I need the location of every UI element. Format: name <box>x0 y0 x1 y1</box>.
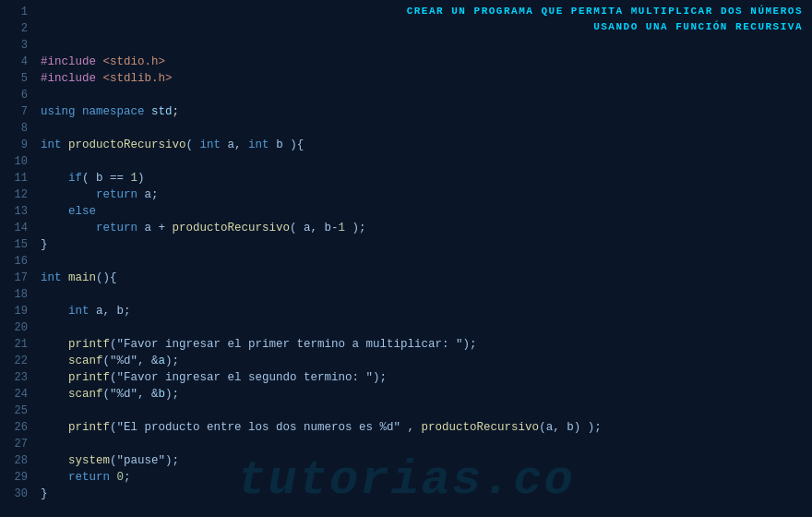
line-number: 30 <box>0 486 28 502</box>
code-line <box>41 286 812 303</box>
line-number: 29 <box>0 469 28 486</box>
code-line: scanf("%d", &a); <box>41 353 812 369</box>
code-line <box>41 319 812 336</box>
code-line: } <box>41 486 812 502</box>
code-line: return 0; <box>41 469 812 486</box>
title-line1: CREAR UN PROGRAMA QUE PERMITA MULTIPLICA… <box>407 4 803 19</box>
code-line <box>41 253 812 270</box>
code-line: printf("El producto entre los dos numero… <box>41 419 812 436</box>
code-line: system("pause"); <box>41 452 812 469</box>
line-number: 8 <box>0 120 28 137</box>
line-number: 12 <box>0 186 28 203</box>
line-number: 25 <box>0 403 28 419</box>
line-number: 6 <box>0 87 28 103</box>
code-line: #include <stdio.h> <box>41 54 812 70</box>
line-number: 16 <box>0 253 28 270</box>
code-line: else <box>41 203 812 220</box>
code-line: printf("Favor ingresar el primer termino… <box>41 336 812 353</box>
line-number: 23 <box>0 369 28 386</box>
line-number: 18 <box>0 286 28 303</box>
code-line <box>41 436 812 452</box>
code-line: printf("Favor ingresar el segundo termin… <box>41 369 812 386</box>
line-number: 22 <box>0 353 28 369</box>
code-line: using namespace std; <box>41 103 812 120</box>
code-line: } <box>41 236 812 253</box>
line-number: 1 <box>0 4 28 20</box>
line-number: 10 <box>0 153 28 170</box>
code-line: int main(){ <box>41 270 812 286</box>
line-number: 9 <box>0 137 28 153</box>
code-line <box>41 37 812 54</box>
code-line: return a + productoRecursivo( a, b-1 ); <box>41 220 812 236</box>
code-line: #include <stdlib.h> <box>41 70 812 87</box>
code-line: int productoRecursivo( int a, int b ){ <box>41 137 812 153</box>
code-content[interactable]: #include <stdio.h>#include <stdlib.h> us… <box>37 2 812 517</box>
line-numbers: 1234567891011121314151617181920212223242… <box>0 2 37 517</box>
line-number: 11 <box>0 170 28 186</box>
code-line: return a; <box>41 186 812 203</box>
line-number: 14 <box>0 220 28 236</box>
line-number: 26 <box>0 419 28 436</box>
code-line: scanf("%d", &b); <box>41 386 812 403</box>
line-number: 4 <box>0 54 28 70</box>
code-line <box>41 403 812 419</box>
code-line: int a, b; <box>41 303 812 319</box>
line-number: 19 <box>0 303 28 319</box>
code-line: if( b == 1) <box>41 170 812 186</box>
code-line <box>41 87 812 103</box>
line-number: 27 <box>0 436 28 452</box>
line-number: 17 <box>0 270 28 286</box>
editor: CREAR UN PROGRAMA QUE PERMITA MULTIPLICA… <box>0 0 812 517</box>
line-number: 20 <box>0 319 28 336</box>
line-number: 28 <box>0 452 28 469</box>
line-number: 2 <box>0 20 28 37</box>
code-line <box>41 153 812 170</box>
line-number: 15 <box>0 236 28 253</box>
line-number: 13 <box>0 203 28 220</box>
line-number: 21 <box>0 336 28 353</box>
line-number: 24 <box>0 386 28 403</box>
title-line2: USANDO UNA FUNCIÓN RECURSIVA <box>407 19 803 35</box>
line-number: 5 <box>0 70 28 87</box>
title-bar: CREAR UN PROGRAMA QUE PERMITA MULTIPLICA… <box>407 4 803 34</box>
line-number: 7 <box>0 103 28 120</box>
line-number: 3 <box>0 37 28 54</box>
code-line <box>41 120 812 137</box>
code-area: 1234567891011121314151617181920212223242… <box>0 0 812 517</box>
